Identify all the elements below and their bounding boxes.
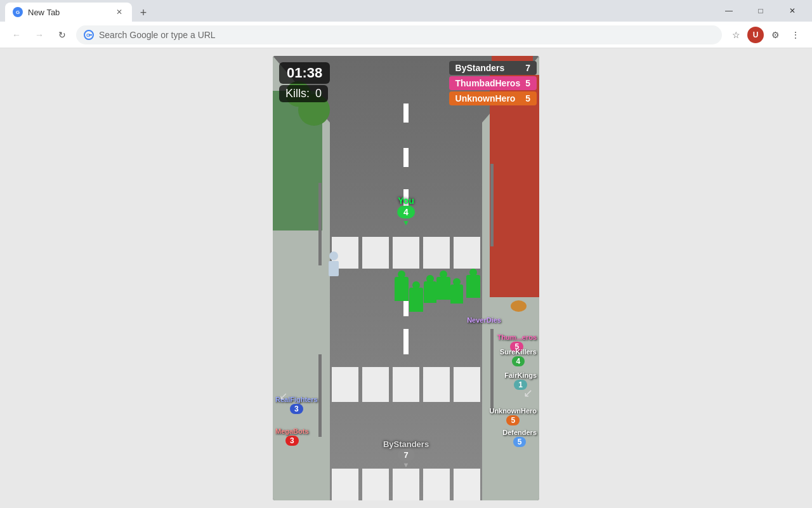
- score-unknownhero-value: 5: [525, 93, 530, 104]
- score-unknownhero-name: UnknownHero: [455, 93, 516, 104]
- menu-button[interactable]: ⋮: [787, 26, 804, 44]
- browser-frame: G New Tab ✕ + — □ ✕ ← → ↻ G Search Googl…: [0, 0, 812, 508]
- you-badge: 4: [397, 206, 415, 218]
- tag-unknownhero-field: UnknownHero 5: [489, 407, 537, 425]
- fairkings-name: FairKings: [504, 371, 537, 379]
- cw1-stripe-5: [454, 237, 480, 269]
- light-pole-right-1: [490, 164, 494, 246]
- megabots-badge: 3: [285, 436, 299, 446]
- surekillers-name: SureKillers: [500, 348, 537, 356]
- center-dash-5: [403, 329, 409, 354]
- unknownhero-field-name: UnknownHero: [489, 407, 537, 415]
- unknownhero-field-badge: 5: [506, 415, 520, 425]
- cw3-stripe-5: [454, 469, 480, 500]
- title-bar: G New Tab ✕ + — □ ✕: [0, 0, 812, 22]
- you-arrow-icon: ▼: [402, 218, 410, 227]
- bystanders-down-arrow-icon: ▼: [403, 461, 410, 469]
- bottom-right-arrow: ↙: [523, 386, 533, 400]
- score-thumbadheros: ThumbadHeros 5: [449, 76, 537, 90]
- score-bystanders: ByStanders 7: [449, 61, 537, 75]
- you-label: You: [398, 196, 414, 206]
- cw2-stripe-3: [393, 367, 419, 402]
- green-char-5: [450, 284, 463, 304]
- cw3-stripe-2: [362, 469, 389, 500]
- score-bystanders-value: 7: [525, 63, 530, 73]
- maximize-button[interactable]: □: [746, 0, 775, 22]
- toolbar-actions: ☆ U ⚙ ⋮: [727, 26, 804, 44]
- tag-megabots: MegaBots 3: [275, 427, 309, 446]
- refresh-button[interactable]: ↻: [53, 26, 71, 44]
- bystanders-bottom-indicator: ByStanders 7 ▼: [383, 439, 429, 469]
- green-char-1: [395, 277, 409, 301]
- center-dash-2: [403, 148, 409, 167]
- cw2-stripe-4: [423, 367, 450, 402]
- crosswalk-2: [330, 367, 482, 402]
- cw1-stripe-2: [362, 237, 389, 269]
- hud-timer: 01:38: [279, 62, 330, 84]
- green-char-4: [436, 277, 450, 300]
- realfighters-badge: 3: [290, 404, 303, 414]
- svg-text:G: G: [86, 32, 90, 38]
- cw3-stripe-3: [393, 469, 419, 500]
- defenders-badge: 5: [513, 437, 527, 447]
- tag-defenders: Defenders 5: [502, 429, 537, 447]
- score-thumbadheros-value: 5: [525, 78, 530, 88]
- player-indicator: You 4 ▼: [397, 196, 415, 227]
- browser-content: 01:38 Kills: 0 ByStanders 7 ThumbadHeros…: [0, 48, 812, 508]
- defenders-name: Defenders: [502, 429, 537, 436]
- game-container[interactable]: 01:38 Kills: 0 ByStanders 7 ThumbadHeros…: [273, 56, 539, 500]
- score-thumbadheros-name: ThumbadHeros: [455, 78, 521, 88]
- cw3-stripe-1: [332, 469, 358, 500]
- tag-surekillers: SureKillers 4: [500, 348, 537, 366]
- center-dash-1: [403, 104, 409, 123]
- green-char-3: [424, 281, 436, 303]
- tab-favicon: G: [13, 7, 23, 17]
- cw2-stripe-2: [362, 367, 389, 402]
- address-bar[interactable]: G Search Google or type a URL: [76, 25, 722, 44]
- green-char-6: [466, 275, 480, 298]
- cw2-stripe-5: [454, 367, 480, 402]
- score-unknownhero: UnknownHero 5: [449, 91, 537, 105]
- bookmark-button[interactable]: ☆: [727, 26, 745, 44]
- cw2-stripe-1: [332, 367, 358, 402]
- kills-value: 0: [315, 87, 322, 100]
- bystanders-bottom-name: ByStanders: [383, 439, 429, 449]
- google-icon: G: [84, 30, 94, 40]
- tag-neverdies: NeverDies: [467, 316, 501, 324]
- address-bar-text: Search Google or type a URL: [99, 30, 216, 40]
- bystanders-bottom-badge: 7: [397, 449, 414, 461]
- active-tab[interactable]: G New Tab ✕: [5, 3, 132, 22]
- light-pole-left-1: [318, 183, 322, 265]
- cw1-stripe-3: [393, 237, 419, 269]
- forward-button[interactable]: →: [30, 26, 48, 44]
- extensions-button[interactable]: ⚙: [766, 26, 784, 44]
- megabots-name: MegaBots: [275, 427, 309, 435]
- surekillers-badge: 4: [512, 356, 525, 366]
- building-right-red: [490, 75, 539, 297]
- green-char-2: [409, 288, 423, 312]
- cw3-stripe-4: [423, 469, 450, 500]
- player-character: [329, 251, 339, 276]
- crosswalk-1: [330, 237, 482, 269]
- hud-kills: Kills: 0: [279, 85, 328, 102]
- cw1-stripe-4: [423, 237, 450, 269]
- tab-close-button[interactable]: ✕: [114, 7, 124, 17]
- svg-text:G: G: [16, 10, 20, 15]
- crosswalk-3: [330, 469, 482, 500]
- new-tab-button[interactable]: +: [134, 4, 152, 22]
- profile-icon[interactable]: U: [747, 27, 764, 43]
- score-bystanders-name: ByStanders: [455, 63, 505, 73]
- close-button[interactable]: ✕: [778, 0, 807, 22]
- bottom-left-arrow: ↙: [279, 390, 287, 402]
- minimize-button[interactable]: —: [714, 0, 743, 22]
- back-button[interactable]: ←: [8, 26, 25, 44]
- kills-label: Kills:: [285, 87, 310, 100]
- tab-area: G New Tab ✕ +: [5, 0, 714, 22]
- toolbar: ← → ↻ G Search Google or type a URL ☆ U …: [0, 22, 812, 48]
- tab-title: New Tab: [28, 8, 109, 17]
- light-pole-left-2: [318, 354, 322, 437]
- window-controls: — □ ✕: [714, 0, 807, 22]
- item-object: [511, 300, 527, 312]
- thumbheros-field-name: Thum...eros: [497, 333, 537, 341]
- neverdies-name: NeverDies: [467, 316, 501, 324]
